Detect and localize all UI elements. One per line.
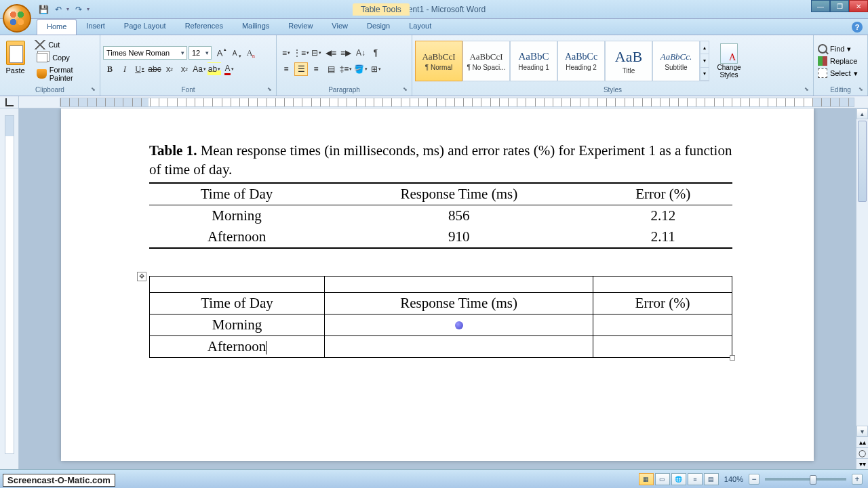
table-cell[interactable]: [325, 336, 593, 357]
zoom-out-button[interactable]: −: [749, 474, 760, 485]
subscript-button[interactable]: x2: [163, 62, 176, 76]
close-button[interactable]: ✕: [849, 0, 868, 12]
increase-indent-button[interactable]: ≡▶: [339, 46, 353, 60]
table-cell[interactable]: Time of Day: [150, 292, 325, 314]
table-cell[interactable]: [593, 276, 732, 292]
next-page-button[interactable]: ▾▾: [856, 458, 868, 469]
clear-formatting-button[interactable]: Aa: [243, 46, 256, 60]
table-cell[interactable]: Response Time (ms): [325, 292, 593, 314]
table-header-cell[interactable]: Response Time (ms): [324, 183, 593, 205]
clipboard-label[interactable]: Clipboard: [3, 85, 97, 94]
tab-design[interactable]: Design: [357, 19, 399, 35]
table-cell[interactable]: Afternoon: [149, 226, 324, 248]
outline-view[interactable]: ≡: [688, 473, 703, 485]
zoom-in-button[interactable]: +: [852, 474, 863, 485]
table-move-handle[interactable]: ✥: [137, 272, 146, 281]
table-cell[interactable]: 2.12: [594, 205, 732, 226]
table-cell[interactable]: Afternoon: [150, 336, 325, 357]
gallery-down[interactable]: ▾: [701, 54, 709, 67]
paragraph-label[interactable]: Paragraph: [279, 85, 409, 94]
find-button[interactable]: Find ▾: [816, 43, 859, 54]
grow-font-button[interactable]: A: [213, 46, 226, 60]
tab-review[interactable]: Review: [279, 19, 322, 35]
style-heading1[interactable]: AaBbCHeading 1: [510, 41, 557, 81]
align-right-button[interactable]: ≡: [309, 62, 323, 76]
browse-object-button[interactable]: ◯: [856, 447, 868, 458]
styles-label[interactable]: Styles: [415, 85, 810, 94]
style-normal[interactable]: AaBbCcI¶ Normal: [415, 41, 462, 81]
decrease-indent-button[interactable]: ◀≡: [324, 46, 338, 60]
help-icon[interactable]: ?: [852, 22, 863, 33]
table-header-cell[interactable]: Time of Day: [149, 183, 324, 205]
undo-icon[interactable]: ↶: [52, 3, 65, 16]
superscript-button[interactable]: x2: [178, 62, 191, 76]
redo-icon[interactable]: ↷: [72, 3, 85, 16]
show-marks-button[interactable]: ¶: [369, 46, 382, 60]
maximize-button[interactable]: ❐: [830, 0, 849, 12]
tab-page-layout[interactable]: Page Layout: [115, 19, 176, 35]
style-subtitle[interactable]: AaBbCc.Subtitle: [652, 41, 700, 81]
table-cell[interactable]: 910: [324, 226, 593, 248]
horizontal-ruler[interactable]: [60, 98, 854, 107]
minimize-button[interactable]: —: [811, 0, 830, 12]
table-caption[interactable]: Table 1. Mean response times (in millise…: [149, 141, 732, 180]
tab-view[interactable]: View: [322, 19, 357, 35]
style-heading2[interactable]: AaBbCcHeading 2: [557, 41, 605, 81]
strikethrough-button[interactable]: abc: [148, 62, 161, 76]
table-cell[interactable]: [325, 314, 593, 336]
full-screen-view[interactable]: ▭: [655, 473, 670, 485]
table-cell[interactable]: [325, 276, 593, 292]
scroll-thumb[interactable]: [858, 121, 867, 202]
table-cell[interactable]: 2.11: [594, 226, 732, 248]
tab-home[interactable]: Home: [37, 19, 77, 35]
style-title[interactable]: AaBTitle: [605, 41, 652, 81]
style-no-spacing[interactable]: AaBbCcI¶ No Spaci...: [462, 41, 510, 81]
zoom-slider[interactable]: [765, 478, 846, 481]
numbering-button[interactable]: ⋮≡: [294, 46, 308, 60]
bullets-button[interactable]: ≡: [279, 46, 293, 60]
table-cell[interactable]: Morning: [150, 314, 325, 336]
scroll-down-button[interactable]: ▾: [856, 426, 868, 436]
vertical-ruler[interactable]: [0, 108, 19, 469]
table-cell[interactable]: [150, 276, 325, 292]
zoom-level[interactable]: 140%: [724, 475, 743, 483]
shading-button[interactable]: 🪣: [354, 62, 368, 76]
qat-customize-icon[interactable]: ▾: [87, 3, 91, 16]
table-cell[interactable]: Error (%): [593, 292, 732, 314]
align-left-button[interactable]: ≡: [279, 62, 293, 76]
table-cell[interactable]: [593, 314, 732, 336]
italic-button[interactable]: I: [118, 62, 132, 76]
justify-button[interactable]: ▤: [324, 62, 338, 76]
font-name-combo[interactable]: Times New Roman: [103, 46, 187, 60]
copy-button[interactable]: Copy: [32, 52, 97, 64]
office-button[interactable]: [3, 4, 31, 33]
table-cell[interactable]: [593, 336, 732, 357]
paste-button[interactable]: Paste: [3, 39, 28, 83]
tab-insert[interactable]: Insert: [77, 19, 115, 35]
multilevel-button[interactable]: ⊟: [309, 46, 323, 60]
change-case-button[interactable]: Aa: [193, 62, 206, 76]
sort-button[interactable]: A↓: [354, 46, 368, 60]
underline-button[interactable]: U: [133, 62, 146, 76]
font-label[interactable]: Font: [103, 85, 273, 94]
tab-references[interactable]: References: [176, 19, 233, 35]
page[interactable]: Table 1. Mean response times (in millise…: [61, 108, 814, 461]
scroll-up-button[interactable]: ▴: [856, 108, 868, 119]
format-painter-button[interactable]: Format Painter: [32, 65, 97, 83]
gallery-more[interactable]: ▾: [701, 68, 709, 81]
table-header-cell[interactable]: Error (%): [594, 183, 732, 205]
cut-button[interactable]: Cut: [32, 39, 97, 50]
draft-view[interactable]: ▤: [704, 473, 719, 485]
print-layout-view[interactable]: ▦: [639, 473, 654, 485]
table-cell[interactable]: 856: [324, 205, 593, 226]
table-cell[interactable]: Morning: [149, 205, 324, 226]
shrink-font-button[interactable]: A: [228, 46, 241, 60]
line-spacing-button[interactable]: ‡≡: [339, 62, 353, 76]
font-size-combo[interactable]: 12: [189, 46, 212, 60]
select-button[interactable]: Select ▾: [816, 68, 859, 79]
tab-layout[interactable]: Layout: [399, 19, 441, 35]
gallery-up[interactable]: ▴: [701, 41, 709, 54]
table-resize-handle[interactable]: [730, 355, 735, 361]
bold-button[interactable]: B: [103, 62, 117, 76]
align-center-button[interactable]: ☰: [294, 62, 308, 76]
